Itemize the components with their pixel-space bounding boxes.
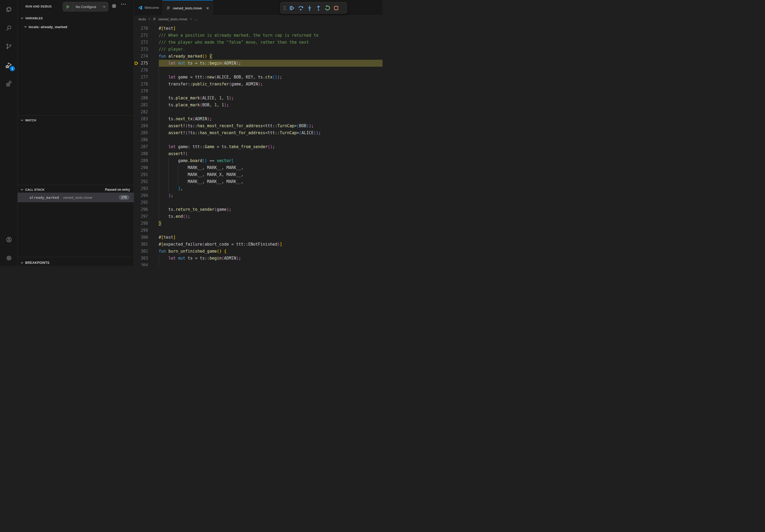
step-into-button[interactable] [306,5,313,12]
code-line-content[interactable]: ts.return_to_sender(game); [159,206,382,213]
breakpoint-gutter[interactable] [134,39,139,46]
code-line-274[interactable]: 274fun already_marked() { [134,53,382,60]
source-control-icon[interactable] [0,40,18,53]
code-line-296[interactable]: 296 ts.return_to_sender(game); [134,206,382,213]
code-line-content[interactable] [159,136,382,143]
code-line-content[interactable] [159,88,382,95]
breakpoint-gutter[interactable] [134,171,139,178]
code-line-277[interactable]: 277 let game = ttt::new(ALICE, BOB, KEY,… [134,74,382,81]
gutter[interactable]: 281 [134,102,148,109]
gutter[interactable]: 273 [134,46,148,53]
code-line-298[interactable]: 298} [134,220,382,227]
breakpoint-gutter[interactable] [134,32,139,39]
breakpoint-gutter[interactable] [134,74,139,81]
breakpoints-section-header[interactable]: BREAKPOINTS [18,260,134,266]
code-line-282[interactable]: 282 [134,109,382,116]
step-over-button[interactable] [297,5,304,12]
code-line-content[interactable]: ts.end(); [159,213,382,220]
code-line-286[interactable]: 286 [134,136,382,143]
code-line-280[interactable]: 280 ts.place_mark(ALICE, 1, 1); [134,95,382,102]
breakpoint-gutter[interactable] [134,53,139,60]
gutter[interactable]: 293 [134,185,148,192]
gutter[interactable]: 304 [134,262,148,266]
variables-scope-row[interactable]: locals: already_marked [18,24,134,30]
gutter[interactable]: 299 [134,227,148,234]
code-line-content[interactable]: assert!(ts::has_most_recent_for_address<… [159,123,382,130]
gutter[interactable]: 295 [134,199,148,206]
code-line-content[interactable]: ); [159,192,382,199]
code-line-content[interactable]: ts.place_mark(ALICE, 1, 1); [159,95,382,102]
debug-current-line-marker[interactable] [134,60,139,67]
breakpoint-gutter[interactable] [134,123,139,130]
breakpoint-gutter[interactable] [134,206,139,213]
code-line-content[interactable]: } [159,220,382,227]
breakpoint-gutter[interactable] [134,248,139,255]
gutter[interactable]: 302 [134,248,148,255]
breakpoint-gutter[interactable] [134,88,139,95]
breakpoint-gutter[interactable] [134,262,139,266]
code-line-content[interactable]: MARK__, MARK__, MARK__, [159,178,382,185]
breakpoint-gutter[interactable] [134,234,139,241]
account-icon[interactable] [0,233,18,246]
drag-handle-icon[interactable] [283,5,287,12]
breakpoint-gutter[interactable] [134,241,139,248]
breakpoint-gutter[interactable] [134,136,139,143]
stop-button[interactable] [333,5,340,12]
extensions-icon[interactable] [0,78,18,90]
code-line-content[interactable]: assert!(!ts::has_most_recent_for_address… [159,130,382,136]
code-line-289[interactable]: 289 game.board() == vector[ [134,157,382,164]
gutter[interactable]: 303 [134,255,148,262]
code-line-272[interactable]: 272/// the player who made the "false" m… [134,39,382,46]
debug-configuration-dropdown[interactable]: No Configura [63,2,108,12]
close-icon[interactable] [206,6,210,10]
code-line-content[interactable]: MARK__, MARK__, MARK__, [159,164,382,171]
code-line-270[interactable]: 270#[test] [134,25,382,32]
code-line-content[interactable]: let mut ts = ts::begin(ADMIN); [159,255,382,262]
tab-owned-tests-move[interactable]: owned_tests.move [163,0,213,16]
code-line-content[interactable]: MARK__, MARK_X, MARK__, [159,171,382,178]
gutter[interactable]: 280 [134,95,148,102]
gutter[interactable]: 288 [134,150,148,157]
code-line-content[interactable]: /// player. [159,46,382,53]
gutter[interactable]: 297 [134,213,148,220]
tab-welcome[interactable]: Welcome [134,0,163,15]
step-out-button[interactable] [315,5,322,12]
code-line-295[interactable]: 295 [134,199,382,206]
breakpoint-gutter[interactable] [134,46,139,53]
gutter[interactable]: 296 [134,206,148,213]
code-line-294[interactable]: 294 ); [134,192,382,199]
code-line-content[interactable]: transfer::public_transfer(game, ADMIN); [159,81,382,88]
code-line-content[interactable]: let game: ttt::Game = ts.take_from_sende… [159,143,382,150]
continue-button[interactable] [289,5,296,12]
code-line-content[interactable]: ts.place_mark(BOB, 1, 1); [159,102,382,109]
code-line-271[interactable]: 271/// When a position is already marked… [134,32,382,39]
breakpoint-gutter[interactable] [134,185,139,192]
breakpoint-gutter[interactable] [134,25,139,32]
gutter[interactable]: 276 [134,67,148,74]
code-line-content[interactable]: game.board() == vector[ [159,157,382,164]
code-line-275[interactable]: 275 let mut ts = ts::begin(ADMIN); [134,60,382,67]
code-line-content[interactable] [159,227,382,234]
code-line-content[interactable]: ts.next_tx(ADMIN); [159,116,382,123]
search-icon[interactable] [0,22,18,35]
breakpoint-gutter[interactable] [134,81,139,88]
code-line-content[interactable]: fun burn_unfinished_game() { [159,248,382,255]
restart-button[interactable] [324,5,331,12]
breakpoint-gutter[interactable] [134,192,139,199]
breakpoint-gutter[interactable] [134,109,139,116]
code-line-302[interactable]: 302fun burn_unfinished_game() { [134,248,382,255]
gutter[interactable]: 287 [134,143,148,150]
code-line-content[interactable] [159,67,382,74]
gutter[interactable]: 274 [134,53,148,60]
gutter[interactable]: 289 [134,157,148,164]
breakpoint-gutter[interactable] [134,220,139,227]
gutter[interactable]: 283 [134,116,148,123]
breakpoint-gutter[interactable] [134,102,139,109]
run-and-debug-icon[interactable]: 1 [0,59,18,72]
gutter[interactable]: 291 [134,171,148,178]
debug-settings-gear-icon[interactable] [111,3,117,9]
gutter[interactable]: 282 [134,109,148,116]
breakpoint-gutter[interactable] [134,164,139,171]
code-line-content[interactable]: let mut ts = ts::begin(ADMIN); [159,60,382,67]
settings-gear-icon[interactable] [0,252,18,264]
